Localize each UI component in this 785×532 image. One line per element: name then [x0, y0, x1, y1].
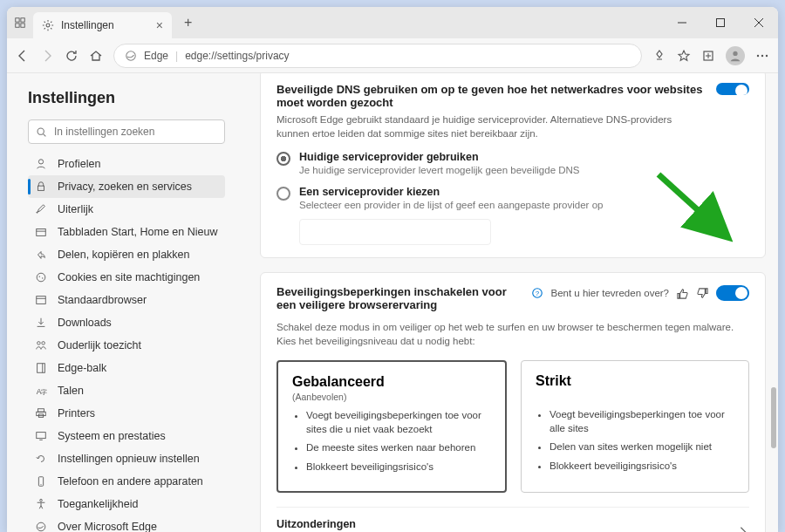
scrollbar-thumb[interactable] — [771, 387, 776, 448]
sidebar-item-family[interactable]: Ouderlijk toezicht — [28, 334, 225, 357]
sidebar-list: Profielen Privacy, zoeken en services Ui… — [28, 153, 225, 532]
edge-icon — [35, 521, 49, 532]
phone-icon — [35, 475, 49, 488]
new-tab-button[interactable]: + — [175, 11, 201, 34]
sidebar-title: Instellingen — [28, 89, 225, 107]
radio-checked-icon — [276, 152, 290, 166]
tab-settings[interactable]: Instellingen × — [33, 12, 172, 38]
svg-text:字: 字 — [41, 389, 47, 395]
printer-icon — [35, 407, 49, 419]
svg-rect-21 — [37, 229, 46, 236]
tab-actions-icon[interactable] — [14, 17, 26, 29]
svg-rect-1 — [21, 18, 24, 22]
brush-icon — [35, 203, 49, 215]
svg-point-17 — [38, 128, 44, 134]
forward-button[interactable] — [40, 49, 54, 63]
svg-point-42 — [37, 522, 45, 531]
dns-desc: Microsoft Edge gebruikt standaard je hui… — [276, 113, 706, 140]
help-icon[interactable]: ? — [531, 287, 543, 299]
thumbs-down-icon[interactable] — [696, 287, 709, 300]
lock-icon — [35, 181, 49, 193]
share-icon — [35, 249, 49, 261]
secure-dns-toggle[interactable] — [716, 83, 749, 95]
svg-point-41 — [40, 499, 43, 501]
svg-rect-20 — [38, 186, 44, 190]
svg-rect-34 — [38, 409, 44, 413]
reset-icon — [35, 453, 49, 465]
enhance-security-toggle[interactable] — [716, 285, 749, 301]
svg-point-13 — [733, 51, 737, 55]
back-button[interactable] — [16, 49, 30, 63]
sidebar-item-share[interactable]: Delen, kopiëren en plakken — [28, 243, 225, 266]
dns-current-provider-radio[interactable]: Huidige serviceprovider gebruiken Je hui… — [276, 151, 749, 175]
svg-rect-2 — [16, 24, 19, 27]
profile-icon — [35, 158, 49, 170]
language-icon: A字 — [35, 385, 49, 397]
dns-title: Beveiligde DNS gebruiken om op te geven … — [276, 83, 706, 109]
settings-main: Beveiligde DNS gebruiken om op te geven … — [234, 73, 778, 532]
close-tab-icon[interactable]: × — [156, 18, 163, 32]
sidebar-item-accessibility[interactable]: Toegankelijkheid — [28, 493, 225, 515]
svg-point-4 — [46, 24, 50, 27]
refresh-button[interactable] — [65, 49, 78, 63]
maximize-button[interactable] — [701, 7, 740, 38]
enhance-security-card: Beveiligingsbeperkingen inschakelen voor… — [260, 272, 766, 532]
svg-line-18 — [44, 133, 46, 136]
collections-icon[interactable] — [701, 49, 715, 63]
browser-window: Instellingen × + Edge | edge://settings/… — [7, 7, 778, 532]
svg-point-15 — [761, 54, 763, 56]
radio-unchecked-icon — [276, 187, 290, 201]
sidebar-item-default[interactable]: Standaardbrowser — [28, 289, 225, 311]
svg-point-28 — [38, 342, 41, 345]
home-button[interactable] — [89, 49, 103, 63]
dns-choose-provider-radio[interactable]: Een serviceprovider kiezen Selecteer een… — [276, 186, 749, 210]
sidebar-item-languages[interactable]: A字Talen — [28, 379, 225, 402]
address-url: edge://settings/privacy — [185, 50, 289, 62]
titlebar: Instellingen × + — [7, 7, 778, 38]
svg-point-40 — [40, 484, 41, 485]
minimize-button[interactable] — [663, 7, 701, 38]
svg-point-23 — [37, 273, 45, 282]
sidebar-item-downloads[interactable]: Downloads — [28, 311, 225, 334]
security-exceptions-row[interactable]: Uitzonderingen Deze functie uitschakelen… — [276, 507, 749, 532]
accessibility-icon — [35, 498, 49, 510]
address-bar[interactable]: Edge | edge://settings/privacy — [113, 44, 642, 68]
svg-point-24 — [39, 276, 40, 276]
svg-point-19 — [38, 160, 43, 164]
svg-rect-6 — [717, 19, 725, 27]
svg-rect-26 — [37, 297, 46, 304]
sidebar-item-system[interactable]: Systeem en prestaties — [28, 425, 225, 447]
balanced-mode-option[interactable]: Gebalanceerd (Aanbevolen) Voegt beveilig… — [276, 360, 507, 493]
sidebar-item-cookies[interactable]: Cookies en site machtigingen — [28, 266, 225, 289]
svg-point-9 — [126, 51, 136, 60]
sidebar-item-about[interactable]: Over Microsoft Edge — [28, 515, 225, 532]
sidebar-item-tabs[interactable]: Tabbladen Start, Home en Nieuw — [28, 221, 225, 243]
tab-title: Instellingen — [61, 19, 114, 31]
more-menu-icon[interactable] — [755, 49, 769, 63]
close-window-button[interactable] — [740, 7, 778, 38]
sidebar-item-phone[interactable]: Telefoon en andere apparaten — [28, 470, 225, 493]
tabs-icon — [35, 226, 49, 238]
svg-point-14 — [757, 54, 759, 56]
download-icon — [35, 317, 49, 329]
thumbs-up-icon[interactable] — [676, 287, 689, 300]
browser-icon — [35, 294, 49, 306]
sidebar-item-edgebar[interactable]: Edge-balk — [28, 357, 225, 379]
sidebar-item-appearance[interactable]: Uiterlijk — [28, 198, 225, 221]
svg-point-25 — [42, 277, 43, 278]
search-input[interactable] — [54, 126, 217, 138]
profile-avatar[interactable] — [726, 46, 745, 65]
chevron-right-icon — [737, 526, 749, 532]
strict-mode-option[interactable]: Strikt Voegt beveiligingsbeperkingen toe… — [521, 360, 749, 493]
sidebar-item-privacy[interactable]: Privacy, zoeken en services — [28, 175, 225, 198]
sidebar-item-printers[interactable]: Printers — [28, 402, 225, 425]
sidebar-item-profiles[interactable]: Profielen — [28, 153, 225, 175]
favorites-icon[interactable] — [677, 49, 691, 63]
svg-rect-30 — [38, 364, 45, 373]
bar-icon — [35, 362, 49, 374]
settings-search[interactable] — [28, 119, 225, 144]
svg-text:?: ? — [536, 290, 540, 297]
sidebar-item-reset[interactable]: Instellingen opnieuw instellen — [28, 447, 225, 470]
read-aloud-icon[interactable] — [652, 49, 666, 63]
dns-provider-input-disabled — [299, 219, 491, 245]
